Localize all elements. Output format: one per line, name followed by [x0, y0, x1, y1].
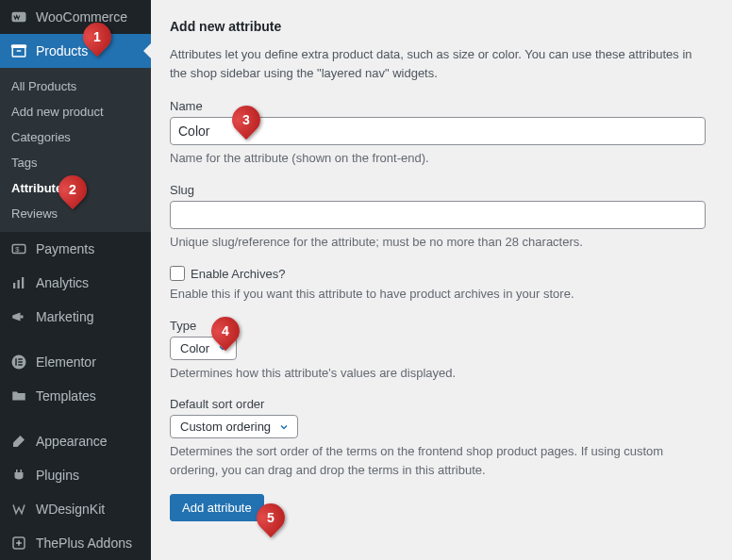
products-submenu: All Products Add new product Categories …: [0, 68, 151, 232]
add-attribute-button[interactable]: Add attribute: [170, 494, 264, 521]
sidebar-item-plugins[interactable]: Plugins: [0, 458, 151, 492]
plug-icon: [9, 466, 28, 485]
archives-field-row: Enable Archives? Enable this if you want…: [170, 266, 706, 304]
page-title: Add new attribute: [170, 19, 706, 34]
sidebar-item-elementor[interactable]: Elementor: [0, 345, 151, 379]
sidebar-item-woocommerce[interactable]: WooCommerce: [0, 0, 151, 34]
megaphone-icon: [9, 307, 28, 326]
sidebar-label: Appearance: [36, 434, 108, 449]
svg-rect-9: [21, 316, 24, 319]
chevron-down-icon: [278, 421, 290, 433]
sidebar-item-analytics[interactable]: Analytics: [0, 266, 151, 300]
elementor-icon: [9, 353, 28, 371]
slug-help: Unique slug/reference for the attribute;…: [170, 233, 706, 252]
sidebar-label: Plugins: [36, 468, 79, 483]
svg-rect-13: [18, 361, 23, 363]
submit-row: Add attribute: [170, 494, 706, 521]
sidebar-item-payments[interactable]: $ Payments: [0, 232, 151, 266]
sidebar-item-appearance[interactable]: Appearance: [0, 424, 151, 458]
sidebar-item-wdesignkit[interactable]: WDesignKit: [0, 492, 151, 526]
sidebar-label: WDesignKit: [36, 502, 105, 517]
sidebar-label: Marketing: [36, 309, 93, 324]
slug-label: Slug: [170, 183, 706, 197]
sidebar-item-marketing[interactable]: Marketing: [0, 300, 151, 334]
sidebar-label: Templates: [36, 388, 96, 404]
sort-select[interactable]: Custom ordering: [170, 415, 298, 438]
svg-rect-6: [13, 283, 15, 288]
sidebar-label: Products: [36, 43, 88, 58]
svg-rect-12: [18, 358, 23, 360]
archives-help: Enable this if you want this attribute t…: [170, 285, 706, 304]
type-field-row: Type Color Determines how this attribute…: [170, 319, 706, 383]
chart-icon: [9, 273, 28, 292]
folder-icon: [9, 387, 28, 405]
main-content: Add new attribute Attributes let you def…: [151, 0, 732, 560]
name-help: Name for the attribute (shown on the fro…: [170, 149, 706, 168]
sidebar-item-theplus[interactable]: ThePlus Addons: [0, 526, 151, 560]
sort-help: Determines the sort order of the terms o…: [170, 442, 706, 479]
intro-text: Attributes let you define extra product …: [170, 45, 706, 82]
enable-archives-checkbox[interactable]: [170, 266, 185, 281]
admin-sidebar: WooCommerce Products All Products Add ne…: [0, 0, 151, 560]
svg-rect-2: [12, 45, 26, 47]
svg-rect-11: [15, 358, 17, 366]
svg-rect-1: [12, 47, 25, 57]
sort-value: Custom ordering: [180, 420, 271, 434]
svg-rect-14: [18, 364, 23, 366]
brush-icon: [9, 432, 28, 451]
sidebar-label: Analytics: [36, 275, 89, 290]
sidebar-label: Payments: [36, 241, 94, 256]
sidebar-item-templates[interactable]: Templates: [0, 379, 151, 413]
sidebar-item-add-product[interactable]: Add new product: [0, 99, 151, 124]
type-help: Determines how this attribute's values a…: [170, 364, 706, 383]
enable-archives-label: Enable Archives?: [191, 267, 285, 281]
sidebar-label: WooCommerce: [36, 9, 127, 25]
svg-text:$: $: [15, 245, 20, 254]
sidebar-label: Elementor: [36, 354, 96, 370]
sort-label: Default sort order: [170, 397, 706, 411]
svg-rect-7: [18, 280, 20, 288]
sidebar-item-tags[interactable]: Tags: [0, 150, 151, 175]
woocommerce-icon: [9, 8, 28, 26]
sidebar-item-products[interactable]: Products: [0, 34, 151, 68]
sidebar-label: ThePlus Addons: [36, 535, 132, 551]
type-value: Color: [180, 341, 209, 355]
sidebar-item-categories[interactable]: Categories: [0, 124, 151, 150]
sort-field-row: Default sort order Custom ordering Deter…: [170, 397, 706, 479]
svg-rect-8: [22, 277, 24, 288]
card-icon: $: [9, 239, 28, 258]
archive-icon: [9, 41, 28, 60]
sidebar-item-all-products[interactable]: All Products: [0, 74, 151, 99]
slug-field-row: Slug Unique slug/reference for the attri…: [170, 183, 706, 252]
wdesignkit-icon: [9, 500, 28, 519]
slug-input[interactable]: [170, 201, 706, 229]
type-label: Type: [170, 319, 706, 333]
theplus-icon: [9, 534, 28, 552]
